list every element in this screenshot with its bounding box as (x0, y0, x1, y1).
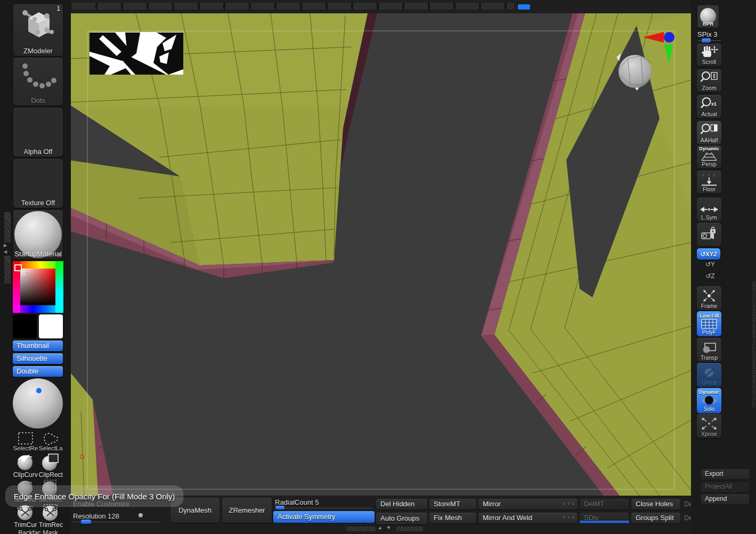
right-tray-scroll-strip[interactable] (752, 281, 755, 407)
left-tray-scroll-strip[interactable] (4, 212, 11, 242)
solo-dynamic-tag: Dynamic (699, 389, 719, 395)
local-symmetry-button[interactable]: L.Sym (697, 198, 721, 222)
del-hidden-button[interactable]: Del Hidden (376, 499, 427, 509)
preview-sphere[interactable] (13, 378, 63, 428)
trim-brush-labels: TrimCur TrimRec (13, 521, 63, 529)
select-brush-row (13, 431, 63, 447)
material-button[interactable]: StartupMaterial (13, 210, 63, 259)
store-mt-button[interactable]: StoreMT (429, 499, 476, 509)
polyframe-linefill-tag: Line Fill (700, 313, 719, 319)
axis-z-dot[interactable] (664, 32, 674, 43)
floor-button[interactable]: X Y Z Floor (697, 171, 721, 193)
radial-count-slider-handle[interactable] (275, 506, 284, 509)
rotate-icon: ↺ (700, 250, 705, 258)
transparency-button[interactable]: Transp (697, 338, 721, 362)
left-tray-scroll-strip-2[interactable] (4, 256, 11, 284)
rotate-z-button[interactable]: ↺Z (700, 272, 721, 280)
rotate-xyz-label: XYZ (705, 251, 717, 257)
camera-lock-icon (700, 226, 719, 242)
sdiv-slider-fill[interactable] (580, 521, 629, 523)
shelf-scroll-down-icon[interactable]: ▼ (386, 525, 391, 530)
backface-mask-label: Backfac Mask (13, 529, 63, 534)
current-tool-button[interactable]: ZModeler 1 (13, 4, 63, 56)
zoom-label: Zoom (702, 85, 717, 92)
clip-brush-row (13, 453, 63, 471)
close-holes-button[interactable]: Close Holes (631, 499, 680, 509)
bottom-scroll-strip-right[interactable] (396, 527, 423, 531)
color-picker-marker[interactable] (21, 271, 26, 276)
clip-curve-icon[interactable] (15, 453, 36, 471)
actual-button[interactable]: x1 Actual (697, 95, 721, 118)
auto-groups-button[interactable]: Auto Groups (376, 513, 427, 524)
polyframe-button[interactable]: Line Fill PolyF (697, 311, 721, 336)
zremesher-button[interactable]: ZRemesher (222, 498, 272, 523)
stroke-label: Dots (13, 96, 63, 104)
actual-size-icon: x1 (700, 96, 718, 111)
solo-icon (700, 395, 719, 406)
zoom-magnifier-icon (700, 70, 718, 85)
zbrush-window: ZModeler 1 Dots Alpha Off Texture Off St… (0, 0, 756, 534)
mirror-and-weld-button[interactable]: Mirror And Weld X Y Z (478, 513, 578, 523)
timeline-handle[interactable] (518, 4, 530, 10)
dots-stroke-icon (13, 58, 63, 95)
aahalf-label: AAHalf (701, 137, 718, 144)
viewport-canvas[interactable] (71, 13, 691, 496)
persp-button[interactable]: Dynamic Persp (697, 145, 721, 168)
mirror-button[interactable]: Mirror X Y Z (478, 499, 578, 509)
clip-rect-icon[interactable] (40, 453, 61, 471)
alpha-button[interactable]: Alpha Off (13, 108, 63, 157)
project-all-button[interactable]: ProjectAll (701, 482, 749, 492)
xpose-button[interactable]: Xpose (697, 414, 721, 438)
local-symmetry-icon (699, 205, 719, 214)
select-lasso-icon[interactable] (40, 431, 61, 447)
mirror-weld-axis-toggle-icons[interactable]: X Y Z (563, 513, 575, 523)
export-button[interactable]: Export (701, 469, 749, 479)
ghost-button[interactable]: Ghost (697, 363, 721, 387)
clip-brush-labels: ClipCurv ClipRect (13, 471, 63, 479)
local-symmetry-label: L.Sym (701, 214, 717, 222)
mirror-axis-toggle-icons[interactable]: X Y Z (563, 499, 575, 509)
tray-arrow-left-icon[interactable]: ◀ (4, 249, 7, 255)
secondary-color-swatch[interactable] (13, 314, 37, 338)
zmodeler-icon (13, 4, 63, 46)
persp-dynamic-tag: Dynamic (699, 145, 719, 151)
radial-count-slider-track[interactable] (275, 508, 373, 508)
spix-slider-handle[interactable] (702, 38, 711, 43)
frame-icon (700, 289, 718, 303)
floor-grid-icon (700, 177, 718, 186)
shelf-scroll-up-icon[interactable]: ▲ (378, 525, 383, 530)
rotate-y-button[interactable]: ↺Y (700, 261, 721, 268)
frame-button[interactable]: Frame (697, 286, 721, 310)
color-picker[interactable] (13, 261, 63, 313)
scroll-button[interactable]: Scroll (697, 44, 721, 66)
groups-split-button[interactable]: Groups Split (631, 513, 680, 523)
camera-lock-button[interactable] (697, 223, 721, 246)
resolution-reset-dot[interactable] (139, 513, 143, 517)
stroke-button[interactable]: Dots (13, 58, 63, 106)
silhouette-button[interactable]: Silhouette (13, 353, 63, 364)
rotate-xyz-button[interactable]: ↺ XYZ (697, 248, 720, 260)
switch-color-swatch[interactable] (39, 314, 63, 338)
viewport[interactable] (71, 13, 691, 496)
bpr-button[interactable]: BPR (697, 5, 719, 28)
append-button[interactable]: Append (701, 494, 749, 504)
scroll-hand-icon (700, 45, 718, 59)
zoom-button[interactable]: Zoom (697, 69, 721, 92)
double-button[interactable]: Double (13, 366, 63, 377)
select-rect-icon[interactable] (15, 431, 36, 447)
tray-arrow-right-icon[interactable]: ▶ (4, 242, 7, 248)
activate-symmetry-button[interactable]: Activate Symmetry (273, 511, 375, 523)
texture-button[interactable]: Texture Off (13, 159, 63, 208)
preview-sphere-marker (36, 388, 42, 393)
solo-button[interactable]: Dynamic Solo (697, 388, 721, 413)
bottom-scroll-strip-left[interactable] (346, 527, 376, 531)
timeline-track[interactable] (72, 3, 514, 10)
del-mt-button[interactable]: DelMT (580, 499, 629, 509)
fix-mesh-button[interactable]: Fix Mesh (429, 513, 476, 523)
resolution-slider-handle[interactable] (81, 520, 91, 524)
spix-label: SPix 3 (697, 30, 718, 38)
thumbnail-button[interactable]: Thumbnail (13, 341, 63, 351)
perspective-grid-icon (700, 151, 719, 161)
hue-strip-right[interactable] (55, 261, 63, 313)
aahalf-button[interactable]: AAHalf (697, 121, 721, 144)
